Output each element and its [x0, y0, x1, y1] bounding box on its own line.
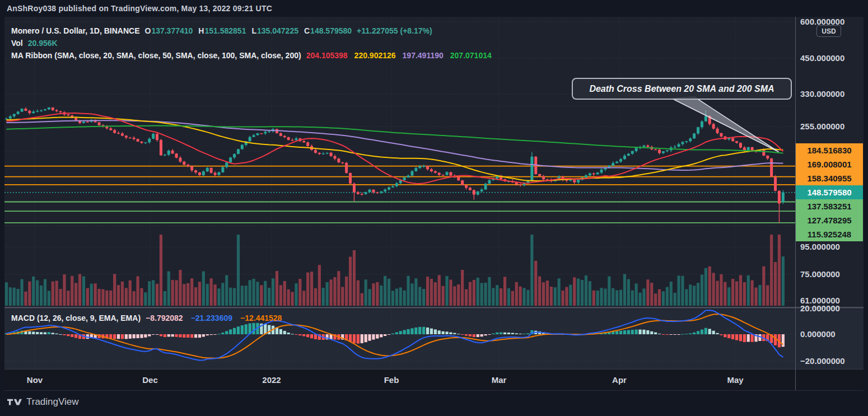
ma-value: 220.902126 — [354, 51, 396, 60]
time-axis-label: Nov — [27, 374, 43, 386]
publish-header-bar: AnShRoy038 published on TradingView.com,… — [0, 0, 868, 17]
symbol-legend-row[interactable]: Monero / U.S. Dollar, 1D, BINANCE O137.3… — [11, 26, 432, 35]
chart-canvas[interactable] — [0, 0, 868, 416]
price-tick-label: 75.000000 — [800, 269, 840, 279]
death-cross-callout-text: Death Cross Between 20 SMA and 200 SMA — [589, 84, 774, 94]
tradingview-logo-icon — [7, 398, 22, 407]
change-value: +11.227055 (+8.17%) — [357, 26, 432, 35]
tradingview-logo[interactable]: TradingView — [7, 396, 79, 408]
time-axis-label: Feb — [384, 374, 399, 386]
price-tick-label: 450.000000 — [800, 53, 844, 63]
price-badge-orange: 169.008001 — [796, 157, 863, 171]
volume-legend-row[interactable]: Vol 20.956K — [11, 39, 58, 48]
currency-label-text: USD — [822, 27, 836, 35]
price-tick-label: −20.000000 — [800, 356, 845, 366]
price-badge-teal: 148.579580 — [796, 185, 863, 199]
price-badge-orange: 158.340955 — [796, 171, 863, 185]
ohlc-pair: O137.377410 — [144, 26, 193, 35]
currency-label[interactable]: USD — [816, 25, 841, 37]
price-badge-green: 137.583251 — [796, 199, 863, 213]
ohlc-values: O137.377410H151.582851L135.047225C148.57… — [144, 26, 352, 35]
time-axis-label: Apr — [612, 374, 627, 386]
ohlc-pair: L135.047225 — [251, 26, 298, 35]
macd-values: −8.792082−21.233609−12.441528 — [146, 314, 282, 322]
ohlc-pair: C148.579580 — [304, 26, 352, 35]
price-tick-label: 95.000000 — [800, 242, 840, 252]
tradingview-logo-text: TradingView — [26, 396, 79, 408]
price-badge-green: 127.478295 — [796, 213, 863, 227]
ma-ribbon-values: 204.105398220.902126197.491190207.071014 — [306, 51, 492, 60]
time-axis-label: Mar — [492, 374, 507, 386]
price-tick-label: 20.000000 — [800, 303, 840, 314]
macd-label: MACD (12, 26, close, 9, EMA, EMA) — [11, 314, 141, 322]
time-axis-label: May — [727, 374, 743, 386]
volume-value: 20.956K — [28, 39, 58, 48]
price-tick-label: 255.000000 — [800, 121, 844, 132]
time-axis-label: 2022 — [262, 374, 281, 386]
price-badge-green: 115.925248 — [796, 227, 863, 241]
macd-value: −8.792082 — [146, 314, 183, 322]
ohlc-pair: H151.582851 — [198, 26, 246, 35]
symbol-title: Monero / U.S. Dollar, 1D, BINANCE — [11, 26, 139, 35]
macd-value: −21.233609 — [191, 314, 232, 322]
death-cross-callout[interactable]: Death Cross Between 20 SMA and 200 SMA — [572, 78, 792, 100]
price-badge-orange: 184.516830 — [796, 143, 863, 157]
macd-legend-row[interactable]: MACD (12, 26, close, 9, EMA, EMA) −8.792… — [11, 314, 282, 322]
price-tick-label: 600.000000 — [800, 17, 844, 27]
time-axis-label: Dec — [142, 374, 158, 386]
ma-ribbon-label: MA Ribbon (SMA, close, 20, SMA, close, 5… — [11, 51, 301, 60]
volume-label: Vol — [11, 39, 23, 48]
price-tick-label: 0.000000 — [800, 329, 836, 339]
price-tick-label: 330.000000 — [800, 89, 844, 99]
ma-value: 197.491190 — [403, 51, 444, 60]
publish-header-text: AnShRoy038 published on TradingView.com,… — [7, 0, 272, 17]
macd-value: −12.441528 — [240, 314, 282, 322]
ma-ribbon-legend-row[interactable]: MA Ribbon (SMA, close, 20, SMA, close, 5… — [11, 51, 492, 60]
ma-value: 207.071014 — [450, 51, 492, 60]
ma-value: 204.105398 — [306, 51, 348, 60]
